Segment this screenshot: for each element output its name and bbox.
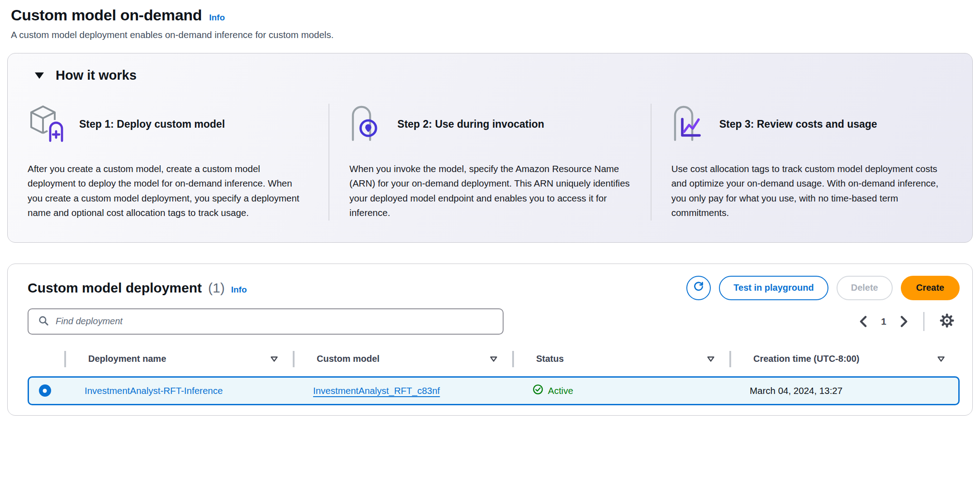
search-box[interactable] <box>28 308 504 335</box>
steps-row: Step 1: Deploy custom model After you cr… <box>8 104 972 221</box>
header-cell-deployment-name[interactable]: Deployment name <box>64 345 293 373</box>
deployments-title: Custom model deployment <box>28 280 202 296</box>
header-cell-custom-model[interactable]: Custom model <box>293 345 512 373</box>
chevron-left-icon <box>858 316 868 327</box>
row-creation-time-cell: March 04, 2024, 13:27 <box>726 385 958 396</box>
refresh-icon <box>692 280 705 295</box>
refresh-button[interactable] <box>686 276 711 300</box>
caret-down-icon <box>35 72 44 79</box>
preferences-button[interactable] <box>934 310 960 333</box>
page-subtitle: A custom model deployment enables on-dem… <box>11 29 973 40</box>
divider <box>512 351 514 367</box>
test-in-playground-button[interactable]: Test in playground <box>719 276 828 300</box>
step-3: Step 3: Review costs and usage Use cost … <box>651 104 972 221</box>
custom-model-link[interactable]: InvestmentAnalyst_RFT_c83nf <box>313 385 440 396</box>
page-info-link[interactable]: Info <box>209 13 225 23</box>
deployments-info-link[interactable]: Info <box>231 285 247 295</box>
page: Custom model on-demand Info A custom mod… <box>0 0 980 416</box>
how-it-works-toggle[interactable]: How it works <box>8 68 972 83</box>
divider <box>923 312 924 331</box>
sort-status-button[interactable] <box>705 354 717 364</box>
sort-triangle-icon <box>270 356 278 362</box>
sort-triangle-icon <box>707 356 715 362</box>
step-1-body: After you create a custom model, create … <box>28 162 309 221</box>
status-active-icon <box>533 384 543 397</box>
sort-triangle-icon <box>490 356 498 362</box>
gear-icon <box>939 312 955 330</box>
deployments-actions: Test in playground Delete Create <box>686 276 960 300</box>
deployments-table: Deployment name Custom model <box>28 345 960 405</box>
search-input[interactable] <box>56 316 494 326</box>
deployments-count: (1) <box>208 280 225 296</box>
create-button[interactable]: Create <box>901 276 960 300</box>
cost-chart-icon <box>671 104 709 144</box>
row-deployment-name-cell: InvestmentAnalyst-RFT-Inference <box>61 385 289 396</box>
row-custom-model-cell: InvestmentAnalyst_RFT_c83nf <box>289 385 509 396</box>
status-badge: Active <box>548 385 573 396</box>
table-row[interactable]: InvestmentAnalyst-RFT-Inference Investme… <box>28 376 960 405</box>
deployments-card: Custom model deployment (1) Info Test in… <box>7 264 973 416</box>
prev-page-button[interactable] <box>854 313 873 330</box>
row-select-cell <box>29 384 61 397</box>
cube-add-icon <box>28 104 69 144</box>
header-cell-status[interactable]: Status <box>512 345 729 373</box>
next-page-button[interactable] <box>894 313 913 330</box>
pagination: 1 <box>854 310 960 333</box>
step-2-title: Step 2: Use during invocation <box>397 118 544 130</box>
step-2-body: When you invoke the model, specify the A… <box>349 162 631 221</box>
chevron-right-icon <box>899 316 909 327</box>
divider <box>293 351 295 367</box>
step-2: Step 2: Use during invocation When you i… <box>328 104 650 221</box>
sort-custom-model-button[interactable] <box>488 354 500 364</box>
header-cell-creation-time[interactable]: Creation time (UTC-8:00) <box>729 345 960 373</box>
step-3-body: Use cost allocation tags to track custom… <box>671 162 953 221</box>
how-it-works-card: How it works Step 1: Deploy cust <box>7 53 973 243</box>
invoke-pin-icon <box>349 104 387 144</box>
step-1-title: Step 1: Deploy custom model <box>79 118 225 130</box>
step-3-title: Step 3: Review costs and usage <box>719 118 877 130</box>
table-controls: 1 <box>28 308 960 335</box>
how-it-works-title: How it works <box>56 68 137 83</box>
step-1: Step 1: Deploy custom model After you cr… <box>8 104 328 221</box>
divider <box>729 351 731 367</box>
search-icon <box>38 315 49 328</box>
table-header-row: Deployment name Custom model <box>28 345 960 373</box>
deployments-header: Custom model deployment (1) Info Test in… <box>28 276 960 300</box>
current-page[interactable]: 1 <box>876 316 891 327</box>
sort-deployment-name-button[interactable] <box>268 354 280 364</box>
sort-triangle-icon <box>937 356 945 362</box>
delete-button[interactable]: Delete <box>837 276 893 300</box>
page-title: Custom model on-demand <box>11 6 202 24</box>
page-header: Custom model on-demand Info A custom mod… <box>7 6 973 40</box>
deployment-name-link[interactable]: InvestmentAnalyst-RFT-Inference <box>85 385 223 396</box>
row-status-cell: Active <box>509 384 726 397</box>
row-radio-selected[interactable] <box>39 384 51 397</box>
sort-creation-time-button[interactable] <box>935 354 947 364</box>
header-cell-select <box>28 345 64 373</box>
divider <box>64 351 66 367</box>
